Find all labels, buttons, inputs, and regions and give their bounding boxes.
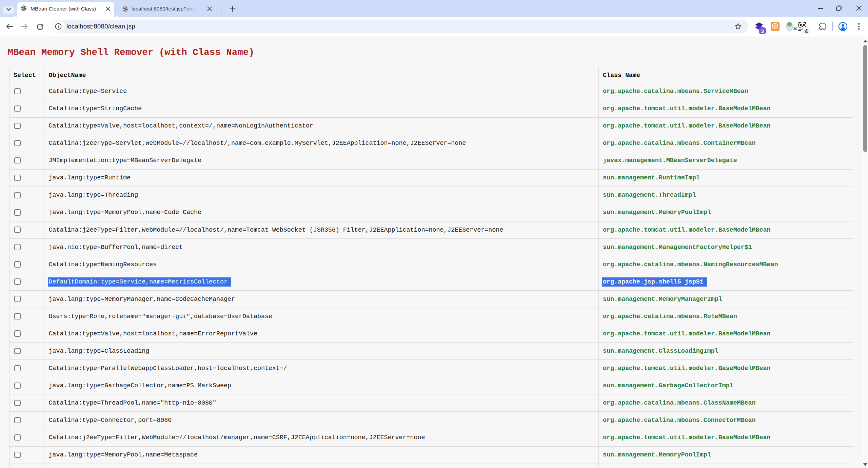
svg-text:4: 4	[805, 28, 808, 35]
svg-text:JS: JS	[793, 27, 797, 31]
svg-text:3: 3	[761, 28, 764, 34]
